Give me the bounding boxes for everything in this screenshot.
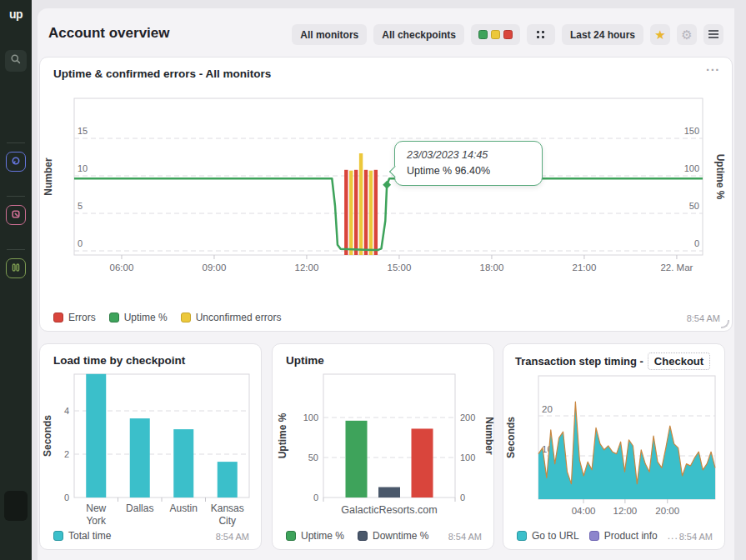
svg-text:09:00: 09:00 (203, 262, 227, 272)
legend-item[interactable]: Go to URL (517, 530, 579, 542)
star-icon: ★ (654, 28, 665, 41)
legend-item[interactable]: Uptime % (286, 530, 344, 542)
svg-text:4: 4 (64, 406, 69, 416)
sidebar: up (0, 0, 32, 560)
legend-label: Go to URL (532, 530, 579, 542)
chart-legend: Uptime %Downtime % (286, 530, 428, 542)
legend-label: Errors (68, 312, 96, 323)
card-title: Uptime (286, 354, 324, 367)
legend-item[interactable]: Downtime % (358, 530, 428, 542)
card-title-text: Transaction step timing - (515, 355, 643, 368)
svg-text:20: 20 (542, 404, 553, 414)
svg-text:21:00: 21:00 (573, 262, 597, 272)
uptime-errors-chart: 00550101001515006:0009:0012:0015:0018:00… (40, 91, 733, 291)
uptime-chart: 0050100100200GalacticResorts.comUptime %… (273, 368, 495, 534)
svg-text:Seconds: Seconds (42, 415, 53, 457)
legend-label: Uptime % (301, 530, 344, 542)
svg-text:Kansas: Kansas (211, 502, 244, 514)
svg-text:50: 50 (689, 201, 699, 211)
legend-swatch (53, 312, 63, 322)
svg-text:5: 5 (78, 201, 83, 211)
legend-swatch (589, 531, 599, 541)
svg-text:10: 10 (78, 163, 88, 173)
svg-text:0: 0 (64, 492, 69, 502)
resize-handle[interactable] (721, 320, 729, 328)
status-color-square (503, 30, 513, 39)
legend-truncation: ... (668, 530, 678, 542)
app-logo: up (0, 8, 32, 21)
sidebar-item-monitors[interactable] (6, 152, 26, 172)
sidebar-footer-tile[interactable] (4, 491, 28, 521)
svg-text:50: 50 (308, 452, 318, 462)
load-time-chart: 024NewYorkDallasAustinKansasCitySeconds (40, 368, 263, 534)
svg-text:100: 100 (303, 412, 318, 422)
svg-text:18:00: 18:00 (480, 262, 504, 272)
svg-text:Number: Number (43, 158, 54, 196)
status-filter-button[interactable] (471, 24, 520, 45)
sidebar-search-button[interactable] (5, 50, 27, 72)
svg-text:Number: Number (483, 417, 495, 455)
svg-text:0: 0 (460, 492, 465, 502)
svg-text:15: 15 (78, 126, 88, 136)
sidebar-item-alerts[interactable] (6, 205, 26, 225)
time-range-button[interactable]: Last 24 hours (562, 24, 643, 45)
legend-label: Downtime % (373, 530, 428, 542)
alert-icon (11, 208, 21, 222)
time-range-label: Last 24 hours (570, 29, 635, 41)
favorite-button[interactable]: ★ (650, 24, 670, 45)
svg-text:0: 0 (313, 492, 318, 502)
svg-text:Uptime %: Uptime % (714, 154, 726, 200)
uptime-errors-card: Uptime & confirmed errors - All monitors… (39, 57, 733, 332)
settings-button[interactable]: ⚙ (677, 24, 697, 45)
chart-timestamp: 8:54 AM (216, 532, 249, 542)
grid-dots-icon (537, 31, 545, 39)
sidebar-divider (7, 196, 25, 197)
sidebar-divider (7, 249, 25, 250)
search-icon (10, 53, 22, 68)
legend-label: Product info (604, 530, 658, 542)
chart-legend: Go to URLProduct info... (517, 530, 678, 542)
chart-legend: ErrorsUptime %Unconfirmed errors (53, 312, 281, 323)
svg-text:Seconds: Seconds (505, 417, 517, 458)
legend-item[interactable]: Uptime % (109, 312, 168, 323)
status-color-square (491, 30, 500, 39)
load-time-card: Load time by checkpoint 024NewYorkDallas… (39, 343, 262, 550)
chart-legend: Total time (53, 530, 111, 542)
monitor-icon (11, 154, 21, 169)
svg-text:12:00: 12:00 (613, 506, 637, 516)
gear-icon: ⚙ (681, 28, 692, 41)
svg-text:0: 0 (694, 238, 699, 248)
legend-swatch (286, 531, 296, 541)
tooltip-value: Uptime % 96.40% (407, 165, 530, 177)
legend-item[interactable]: Product info (589, 530, 658, 542)
menu-button[interactable] (703, 24, 723, 45)
legend-item[interactable]: Total time (53, 530, 111, 542)
card-title: Load time by checkpoint (53, 354, 185, 367)
sidebar-item-reports[interactable] (6, 258, 26, 278)
svg-text:Austin: Austin (170, 502, 198, 514)
chart-timestamp: 8:54 AM (448, 532, 482, 542)
svg-text:150: 150 (684, 126, 699, 136)
svg-text:York: York (86, 515, 107, 527)
legend-swatch (109, 312, 119, 322)
legend-label: Unconfirmed errors (196, 312, 282, 323)
page-title: Account overview (48, 25, 170, 42)
svg-text:20:00: 20:00 (655, 506, 679, 516)
legend-swatch (53, 531, 63, 541)
columns-icon (11, 261, 21, 276)
checkpoints-filter-button[interactable]: All checkpoints (373, 24, 464, 45)
legend-swatch (517, 531, 527, 541)
dashboard-layout-button[interactable] (527, 24, 555, 45)
chart-timestamp: 8:54 AM (679, 532, 713, 542)
uptime-card: Uptime 0050100100200GalacticResorts.comU… (272, 343, 494, 550)
legend-swatch (358, 531, 368, 541)
legend-item[interactable]: Errors (53, 312, 96, 323)
checkpoints-filter-label: All checkpoints (382, 29, 456, 41)
chart-timestamp: 8:54 AM (687, 313, 720, 323)
svg-text:Dallas: Dallas (126, 502, 153, 514)
legend-item[interactable]: Unconfirmed errors (181, 312, 282, 323)
monitors-filter-button[interactable]: All monitors (292, 24, 367, 45)
legend-swatch (181, 312, 191, 322)
card-menu-button[interactable]: ... (706, 59, 720, 73)
svg-text:100: 100 (684, 163, 699, 173)
